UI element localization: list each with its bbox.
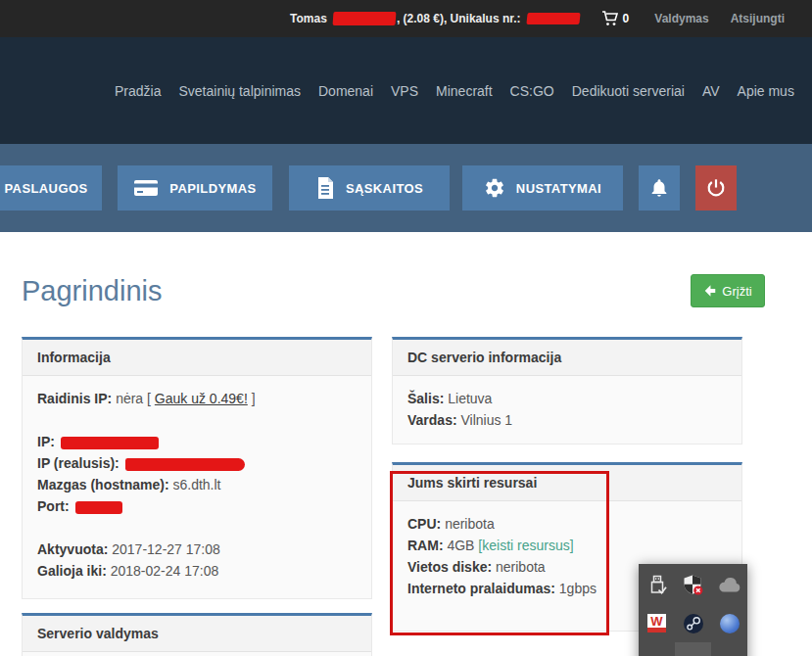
onedrive-cloud-icon[interactable] [711,566,747,604]
valdymas-link[interactable]: Valdymas [654,12,708,25]
activated-label: Aktyvuota: [37,541,108,557]
activated-value: 2017-12-27 17:08 [112,541,220,557]
atsijungti-link[interactable]: Atsijungti [731,12,785,25]
country-label: Šalis: [407,391,444,406]
bracket-close: ] [252,391,256,406]
credit-card-icon [133,178,159,198]
ram-label: RAM: [407,538,444,553]
page-title: Pagrindinis [22,275,162,307]
nav-item-minecraft[interactable]: Minecraft [436,83,493,99]
gold-app-icon[interactable] [639,642,675,656]
word-icon[interactable]: W [639,604,675,642]
back-button-label: Grįžti [722,284,751,299]
power-icon [705,177,727,199]
screen: Tomas , (2.08 €), Unikalus nr.: 0 Valdym… [0,0,812,656]
notifications-button[interactable] [639,165,680,211]
expires-label: Galioja iki: [37,563,107,579]
word-icon-letter: W [647,614,666,633]
expires-value: 2018-02-24 17:08 [111,563,219,579]
redaction-port [75,501,122,514]
dc-name-value: Vilnius 1 [460,412,512,428]
red-app-icon[interactable] [711,642,747,656]
hostname-value: s6.dth.lt [172,477,220,492]
saskaitos-button[interactable]: SĄSKAITOS [289,165,450,211]
activated-row: Aktyvuota: 2017-12-27 17:08 [37,539,357,560]
panel-dc-body: Šalis: Lietuva Vardas: Vilnius 1 [393,376,741,445]
system-tray-flyout: W [639,564,747,656]
redaction-ip-real [125,458,245,471]
bandwidth-label: Interneto pralaidumas: [407,581,555,596]
papildymas-button[interactable]: PAPILDYMAS [118,165,272,211]
main-menu: Pradžia Svetainių talpinimas Domenai VPS… [115,83,794,99]
panel-informacija-title: Informacija [23,340,371,376]
ram-value: 4GB [447,538,474,553]
panel-informacija-body: Raidinis IP: nėra [ Gauk už 0.49€! ] IP:… [23,376,371,595]
nav-item-pradzia[interactable]: Pradžia [115,83,161,99]
panel-resursai-title: Jums skirti resursai [393,465,741,501]
nav-item-apie-mus[interactable]: Apie mus [738,83,794,99]
cart-count: 0 [623,12,630,25]
account-toolbar: PASLAUGOS PAPILDYMAS SĄSKAITOS [0,144,812,232]
cpu-label: CPU: [407,516,441,532]
bracket-open: [ [147,391,151,406]
nav-item-csgo[interactable]: CS:GO [510,83,554,99]
nav-item-domenai[interactable]: Domenai [318,83,373,99]
back-button[interactable]: Grįžti [691,274,765,307]
nustatymai-button-label: NUSTATYMAI [516,181,601,196]
gauk-uz-link[interactable]: Gauk už 0.49€! [155,391,248,406]
dc-name-label: Vardas: [407,412,457,428]
nav-item-vps[interactable]: VPS [391,83,418,99]
paslaugos-button-label: PASLAUGOS [5,181,88,196]
disk-label: Vietos diske: [407,559,492,575]
steam-icon[interactable] [675,604,711,642]
ip-row: IP: [37,431,357,452]
hostname-row: Mazgas (hostname): s6.dth.lt [37,474,357,495]
cart-button[interactable]: 0 [601,11,630,26]
country-value: Lietuva [448,391,492,406]
port-label: Port: [37,498,70,514]
nav-item-talpinimas[interactable]: Svetainių talpinimas [178,83,301,99]
nustatymai-button[interactable]: NUSTATYMAI [462,165,623,211]
purple-app-icon[interactable] [675,642,711,656]
cpu-row: CPU: neribota [407,513,727,535]
user-account-info: Tomas , (2.08 €), Unikalus nr.: [290,12,580,25]
disk-value: neribota [496,559,546,575]
redaction-ip [61,437,159,449]
country-row: Šalis: Lietuva [407,388,727,409]
ip-real-label: IP (realusis): [37,455,119,471]
hostname-label: Mazgas (hostname): [37,477,169,492]
account-balance-and-id: , (2.08 €), Unikalus nr.: [397,12,521,25]
user-name: Tomas [290,12,327,25]
main-nav: Pradžia Svetainių talpinimas Domenai VPS… [0,37,812,144]
panel-dc-title: DC serverio informacija [393,340,741,376]
raidinis-ip-row: Raidinis IP: nėra [ Gauk už 0.49€! ] [37,388,357,409]
ram-row: RAM: 4GB [keisti resursus] [407,535,727,556]
raidinis-ip-value: nėra [116,391,143,406]
expires-row: Galioja iki: 2018-02-24 17:08 [37,560,357,582]
logout-power-button[interactable] [695,165,737,211]
nav-item-dedikuoti[interactable]: Dedikuoti serveriai [572,83,685,99]
raidinis-ip-label: Raidinis IP: [37,391,112,406]
bracket-close: ] [570,538,574,553]
ip-label: IP: [37,434,55,449]
redaction-surname [332,12,396,25]
topbar: Tomas , (2.08 €), Unikalus nr.: 0 Valdym… [0,0,812,37]
arrow-left-icon [703,284,717,298]
bell-icon [648,176,670,200]
port-row: Port: [37,495,357,517]
paslaugos-button[interactable]: PASLAUGOS [0,165,102,211]
keisti-resursus-link[interactable]: keisti resursus [482,538,569,553]
nav-item-av[interactable]: AV [702,83,720,99]
blue-app-icon[interactable] [711,604,747,642]
spacer [37,409,357,431]
redaction-unique-id [526,13,580,24]
saskaitos-button-label: SĄSKAITOS [346,181,423,196]
panel-dc-informacija: DC serverio informacija Šalis: Lietuva V… [392,337,742,445]
bandwidth-value: 1gbps [559,581,597,596]
defender-alert-icon[interactable] [675,566,711,604]
invoice-icon [315,176,335,200]
usb-device-icon[interactable] [639,566,675,604]
gear-icon [484,177,505,199]
cpu-value: neribota [445,516,495,532]
papildymas-button-label: PAPILDYMAS [169,181,256,196]
